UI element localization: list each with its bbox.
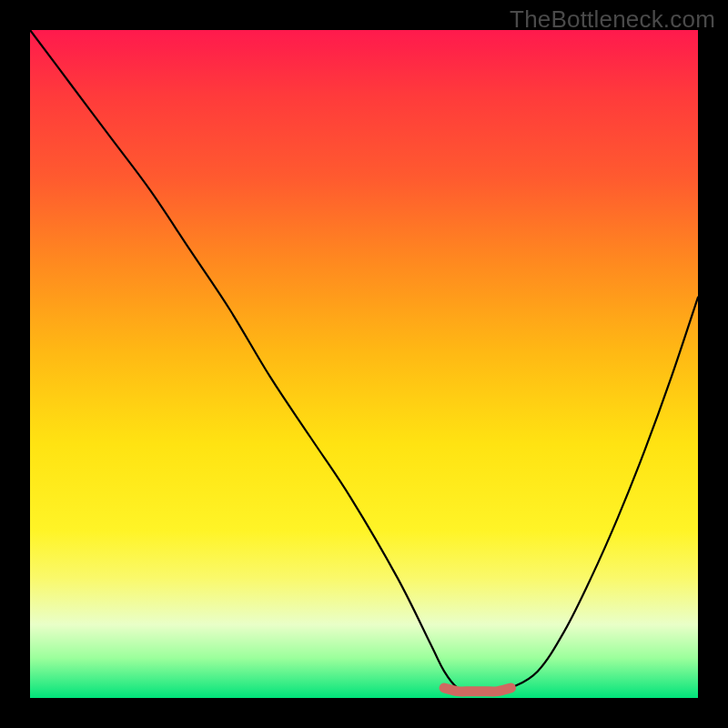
watermark-text: TheBottleneck.com bbox=[510, 5, 715, 34]
chart-frame: TheBottleneck.com bbox=[0, 0, 728, 728]
highlight-band bbox=[444, 688, 511, 692]
plot-area bbox=[30, 30, 698, 698]
curve-layer bbox=[30, 30, 698, 698]
bottleneck-curve bbox=[30, 30, 698, 692]
